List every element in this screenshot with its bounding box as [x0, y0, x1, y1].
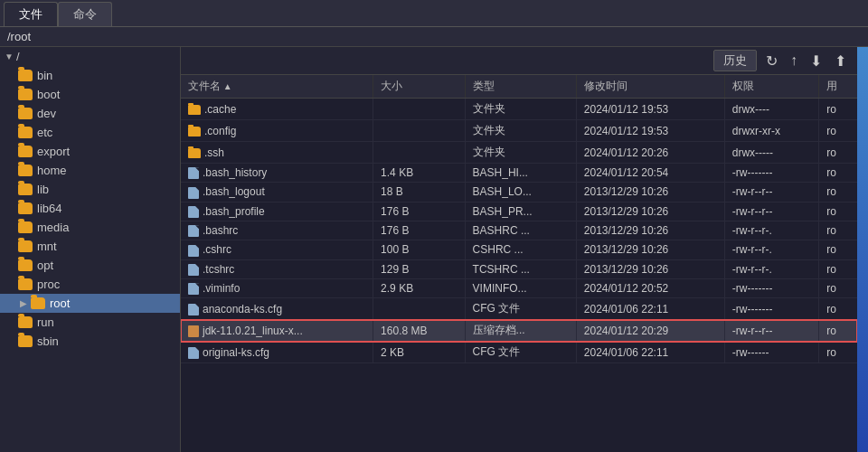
file-name-cell: .bashrc [181, 221, 373, 240]
sidebar-item-etc[interactable]: etc [0, 123, 180, 142]
file-modified-cell: 2024/01/12 20:52 [576, 278, 724, 297]
tab-bar: 文件 命令 [0, 0, 868, 27]
table-row[interactable]: .viminfo2.9 KBVIMINFO...2024/01/12 20:52… [181, 278, 857, 297]
file-perm-cell: -rw-r--r-. [724, 240, 818, 259]
sidebar-item-root[interactable]: ▼ / [0, 47, 180, 66]
history-button[interactable]: 历史 [713, 50, 757, 71]
tab-file[interactable]: 文件 [4, 2, 58, 26]
file-name-cell: original-ks.cfg [181, 342, 373, 363]
refresh-button[interactable]: ↻ [762, 51, 781, 71]
file-size-cell: 100 B [373, 240, 465, 259]
folder-icon [18, 127, 33, 138]
file-name-cell: .cache [181, 99, 373, 120]
table-row[interactable]: .config文件夹2024/01/12 19:53drwxr-xr-xro [181, 120, 857, 142]
sidebar-item-label: opt [37, 259, 53, 272]
table-header-row: 文件名 大小 类型 修改时间 权限 用 [181, 75, 857, 99]
table-row[interactable]: .bash_profile176 BBASH_PR...2013/12/29 1… [181, 202, 857, 221]
sidebar: ▼ / bin boot dev etc export home [0, 47, 181, 452]
file-modified-cell: 2024/01/12 19:53 [576, 120, 724, 142]
file-modified-cell: 2024/01/06 22:11 [576, 298, 724, 320]
file-perm-cell: -rw-r--r-- [724, 183, 818, 202]
table-row[interactable]: .bashrc176 BBASHRC ...2013/12/29 10:26-r… [181, 221, 857, 240]
sidebar-item-mnt[interactable]: mnt [0, 237, 180, 256]
table-row[interactable]: .cshrc100 BCSHRC ...2013/12/29 10:26-rw-… [181, 240, 857, 259]
file-size-cell [373, 120, 465, 142]
file-user-cell: ro [819, 202, 857, 221]
file-perm-cell: -rw------- [724, 164, 818, 183]
folder-icon [18, 240, 33, 252]
file-icon [188, 283, 199, 295]
file-size-cell [373, 99, 465, 120]
file-size-cell: 160.8 MB [373, 320, 465, 342]
tab-command[interactable]: 命令 [58, 2, 112, 26]
folder-icon [188, 105, 201, 115]
sidebar-item-media[interactable]: media [0, 218, 180, 237]
sidebar-item-run[interactable]: run [0, 313, 180, 332]
table-row[interactable]: .bash_logout18 BBASH_LO...2013/12/29 10:… [181, 183, 857, 202]
file-type-cell: BASH_HI... [465, 164, 576, 183]
file-modified-cell: 2024/01/12 20:54 [576, 164, 724, 183]
col-type[interactable]: 类型 [465, 75, 576, 99]
sidebar-item-opt[interactable]: opt [0, 256, 180, 275]
table-row[interactable]: anaconda-ks.cfgCFG 文件2024/01/06 22:11-rw… [181, 298, 857, 320]
address-bar: /root [0, 27, 868, 47]
folder-icon [18, 335, 33, 347]
table-row[interactable]: .tcshrc129 BTCSHRC ...2013/12/29 10:26-r… [181, 259, 857, 278]
up-button[interactable]: ↑ [787, 51, 801, 71]
file-name-cell: .cshrc [181, 240, 373, 259]
file-modified-cell: 2024/01/12 20:29 [576, 320, 724, 342]
sidebar-item-export[interactable]: export [0, 142, 180, 161]
archive-icon [188, 325, 199, 337]
col-user[interactable]: 用 [819, 75, 857, 99]
col-modified[interactable]: 修改时间 [576, 75, 724, 99]
folder-icon [18, 146, 33, 157]
file-perm-cell: -rw-r--r-- [724, 320, 818, 342]
file-type-cell: CFG 文件 [465, 298, 576, 320]
file-name-cell: .bash_profile [181, 202, 373, 221]
file-perm-cell: drwxr-xr-x [724, 120, 818, 142]
sidebar-item-label: home [37, 164, 67, 177]
sidebar-item-boot[interactable]: boot [0, 85, 180, 104]
file-perm-cell: -rw-r--r-. [724, 221, 818, 240]
tree-expand-icon: ▼ [4, 52, 14, 62]
sidebar-item-bin[interactable]: bin [0, 66, 180, 85]
sidebar-item-proc[interactable]: proc [0, 275, 180, 294]
col-size[interactable]: 大小 [373, 75, 465, 99]
file-type-cell: BASHRC ... [465, 221, 576, 240]
folder-icon [18, 278, 33, 290]
sidebar-item-dev[interactable]: dev [0, 104, 180, 123]
sidebar-item-root-folder[interactable]: ▶ root [0, 294, 180, 313]
file-perm-cell: -rw------- [724, 298, 818, 320]
sidebar-item-lib[interactable]: lib [0, 180, 180, 199]
file-user-cell: ro [819, 142, 857, 164]
sidebar-item-label: etc [37, 126, 52, 139]
table-row[interactable]: jdk-11.0.21_linux-x...160.8 MB压缩存档...202… [181, 320, 857, 342]
col-perm[interactable]: 权限 [724, 75, 818, 99]
sidebar-item-lib64[interactable]: lib64 [0, 199, 180, 218]
table-row[interactable]: .cache文件夹2024/01/12 19:53drwx----ro [181, 99, 857, 120]
file-perm-cell: -rw-r--r-. [724, 259, 818, 278]
sidebar-item-label: lib64 [37, 202, 61, 215]
file-name-cell: .bash_history [181, 164, 373, 183]
sidebar-item-sbin[interactable]: sbin [0, 332, 180, 351]
upload-button[interactable]: ⬆ [831, 51, 850, 71]
col-name[interactable]: 文件名 [181, 75, 373, 99]
main-content: ▼ / bin boot dev etc export home [0, 47, 868, 452]
table-row[interactable]: original-ks.cfg2 KBCFG 文件2024/01/06 22:1… [181, 342, 857, 363]
file-perm-cell: drwx----- [724, 142, 818, 164]
download-button[interactable]: ⬇ [807, 51, 826, 71]
sidebar-item-home[interactable]: home [0, 161, 180, 180]
file-modified-cell: 2013/12/29 10:26 [576, 183, 724, 202]
table-row[interactable]: .ssh文件夹2024/01/12 20:26drwx-----ro [181, 142, 857, 164]
file-user-cell: ro [819, 342, 857, 363]
folder-icon [18, 70, 33, 81]
file-icon [188, 167, 199, 179]
file-user-cell: ro [819, 164, 857, 183]
file-type-cell: 文件夹 [465, 120, 576, 142]
file-size-cell: 176 B [373, 202, 465, 221]
folder-icon [18, 202, 33, 214]
table-row[interactable]: .bash_history1.4 KBBASH_HI...2024/01/12 … [181, 164, 857, 183]
file-modified-cell: 2013/12/29 10:26 [576, 259, 724, 278]
file-user-cell: ro [819, 278, 857, 297]
folder-icon [188, 127, 201, 137]
